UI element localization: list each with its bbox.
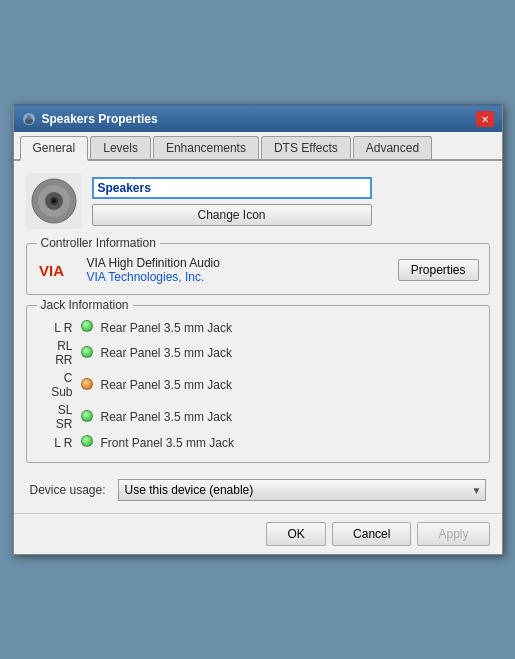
title-bar-left: Speakers Properties — [22, 112, 158, 126]
jack-dot-3 — [77, 401, 97, 433]
jack-dot-2 — [77, 369, 97, 401]
title-bar: Speakers Properties ✕ — [14, 106, 502, 132]
tab-dts-effects[interactable]: DTS Effects — [261, 136, 351, 159]
via-link[interactable]: VIA Technologies, Inc. — [87, 270, 205, 284]
tab-advanced[interactable]: Advanced — [353, 136, 432, 159]
cancel-button[interactable]: Cancel — [332, 522, 411, 546]
svg-rect-2 — [27, 115, 31, 120]
dot-icon-1 — [81, 346, 93, 358]
dot-icon-0 — [81, 320, 93, 332]
jack-label-0: L R — [37, 318, 77, 337]
jack-desc-0: Rear Panel 3.5 mm Jack — [97, 318, 479, 337]
name-column: Change Icon — [92, 177, 372, 226]
jack-desc-3: Rear Panel 3.5 mm Jack — [97, 401, 479, 433]
jack-row: SL SR Rear Panel 3.5 mm Jack — [37, 401, 479, 433]
close-button[interactable]: ✕ — [476, 111, 494, 127]
svg-point-8 — [52, 199, 56, 203]
jack-label-4: L R — [37, 433, 77, 452]
jack-row: L R Front Panel 3.5 mm Jack — [37, 433, 479, 452]
device-usage-row: Device usage: Use this device (enable) D… — [26, 479, 490, 501]
main-content: Change Icon Controller Information VIA V… — [14, 161, 502, 513]
tab-general[interactable]: General — [20, 136, 89, 161]
device-usage-wrapper: Use this device (enable) Do not use this… — [118, 479, 486, 501]
controller-details: VIA High Definition Audio VIA Technologi… — [87, 256, 390, 284]
window-title: Speakers Properties — [42, 112, 158, 126]
dot-icon-3 — [81, 410, 93, 422]
device-usage-label: Device usage: — [30, 483, 106, 497]
controller-info-section: Controller Information VIA VIA High Defi… — [26, 243, 490, 295]
controller-row: VIA VIA High Definition Audio VIA Techno… — [37, 256, 479, 284]
bottom-bar: OK Cancel Apply — [14, 513, 502, 554]
jack-row: L R Rear Panel 3.5 mm Jack — [37, 318, 479, 337]
jack-label-3: SL SR — [37, 401, 77, 433]
via-logo: VIA — [37, 259, 79, 281]
jack-desc-1: Rear Panel 3.5 mm Jack — [97, 337, 479, 369]
ok-button[interactable]: OK — [266, 522, 326, 546]
dot-icon-4 — [81, 435, 93, 447]
icon-name-row: Change Icon — [26, 173, 490, 229]
jack-row: C Sub Rear Panel 3.5 mm Jack — [37, 369, 479, 401]
jack-desc-4: Front Panel 3.5 mm Jack — [97, 433, 479, 452]
apply-button[interactable]: Apply — [417, 522, 489, 546]
window-icon — [22, 112, 36, 126]
controller-name: VIA High Definition Audio — [87, 256, 390, 270]
tab-levels[interactable]: Levels — [90, 136, 151, 159]
jack-label-2: C Sub — [37, 369, 77, 401]
device-usage-select[interactable]: Use this device (enable) Do not use this… — [118, 479, 486, 501]
jack-dot-0 — [77, 318, 97, 337]
jack-dot-4 — [77, 433, 97, 452]
jack-label-1: RL RR — [37, 337, 77, 369]
dot-icon-2 — [81, 378, 93, 390]
controller-section-legend: Controller Information — [37, 236, 160, 250]
device-name-input[interactable] — [92, 177, 372, 199]
speaker-graphic — [26, 173, 82, 229]
jack-row: RL RR Rear Panel 3.5 mm Jack — [37, 337, 479, 369]
change-icon-button[interactable]: Change Icon — [92, 204, 372, 226]
jack-section-legend: Jack Information — [37, 298, 133, 312]
properties-button[interactable]: Properties — [398, 259, 479, 281]
jack-info-section: Jack Information L R Rear Panel 3.5 mm J… — [26, 305, 490, 463]
jack-table: L R Rear Panel 3.5 mm Jack RL RR Rear Pa… — [37, 318, 479, 452]
svg-text:VIA: VIA — [39, 262, 64, 279]
tab-bar: General Levels Enhancements DTS Effects … — [14, 132, 502, 161]
speakers-properties-window: Speakers Properties ✕ General Levels Enh… — [13, 104, 503, 555]
jack-dot-1 — [77, 337, 97, 369]
jack-desc-2: Rear Panel 3.5 mm Jack — [97, 369, 479, 401]
tab-enhancements[interactable]: Enhancements — [153, 136, 259, 159]
